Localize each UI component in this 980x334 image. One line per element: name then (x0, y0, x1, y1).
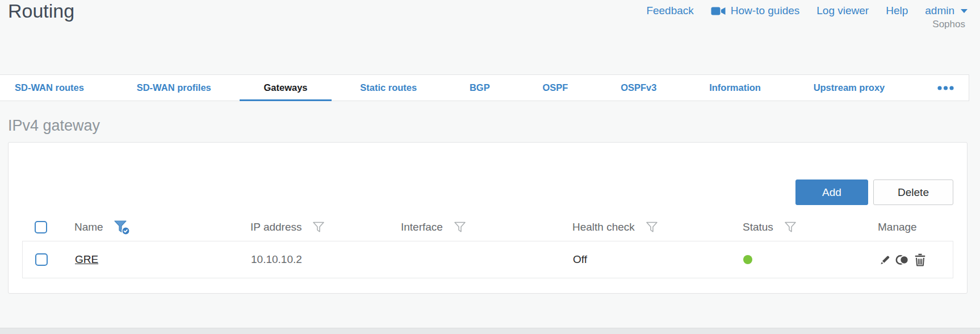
table-body: GRE 10.10.10.2 Off (22, 241, 953, 278)
clone-icon[interactable] (895, 254, 910, 266)
howto-guides-label: How-to guides (731, 5, 799, 17)
tab-bgp[interactable]: BGP (470, 75, 490, 101)
select-all-checkbox[interactable] (35, 221, 47, 233)
gateway-name-link[interactable]: GRE (75, 253, 98, 265)
help-link[interactable]: Help (886, 5, 908, 17)
tab-static-routes[interactable]: Static routes (360, 75, 417, 101)
caret-down-icon (961, 9, 968, 13)
column-header-health-check: Health check (572, 221, 635, 233)
tab-ospfv3[interactable]: OSPFv3 (621, 75, 656, 101)
log-viewer-link[interactable]: Log viewer (816, 5, 869, 17)
feedback-link[interactable]: Feedback (646, 5, 693, 17)
table-actions: Add Delete (795, 179, 953, 205)
row-checkbox[interactable] (35, 253, 48, 266)
edit-icon[interactable] (878, 253, 891, 266)
log-viewer-label: Log viewer (816, 5, 869, 17)
column-header-status: Status (743, 221, 773, 233)
add-button[interactable]: Add (795, 179, 868, 205)
column-header-name: Name (74, 221, 103, 233)
brand-label: Sophos (932, 19, 965, 30)
funnel-icon[interactable] (645, 220, 659, 234)
tab-sdwan-routes[interactable]: SD-WAN routes (15, 75, 84, 101)
table-header-row: Name IP address Interface Health check (22, 215, 953, 240)
table-row: GRE 10.10.10.2 Off (23, 241, 953, 278)
ellipsis-icon (937, 86, 954, 90)
page-title: Routing (8, 0, 74, 22)
tab-gateways[interactable]: Gateways (263, 75, 307, 101)
section-heading: IPv4 gateway (8, 117, 100, 135)
column-header-manage: Manage (878, 221, 917, 233)
status-dot (743, 255, 752, 264)
page-bottom-strip (0, 328, 980, 334)
user-menu[interactable]: admin (925, 5, 968, 17)
manage-actions (878, 253, 953, 266)
routing-tabbar: SD-WAN routes SD-WAN profiles Gateways S… (0, 74, 969, 101)
funnel-check-icon[interactable] (114, 220, 131, 235)
gateway-ip: 10.10.10.2 (251, 253, 401, 266)
more-tabs-button[interactable] (937, 75, 954, 101)
gateway-health-check: Off (573, 253, 743, 266)
feedback-link-label: Feedback (646, 5, 693, 17)
column-header-ip: IP address (250, 221, 301, 233)
column-header-interface: Interface (401, 221, 443, 233)
gateway-table-card: Add Delete Name IP address Interface (8, 142, 968, 294)
tab-information[interactable]: Information (709, 75, 761, 101)
video-camera-icon (711, 6, 726, 16)
tab-sdwan-profiles[interactable]: SD-WAN profiles (137, 75, 211, 101)
funnel-icon[interactable] (784, 220, 797, 234)
user-menu-label: admin (925, 5, 954, 17)
tab-upstream-proxy[interactable]: Upstream proxy (814, 75, 885, 101)
top-navigation: Feedback How-to guides Log viewer Help a… (646, 5, 968, 17)
funnel-icon[interactable] (312, 220, 325, 234)
help-label: Help (886, 5, 908, 17)
tab-ospf[interactable]: OSPF (542, 75, 568, 101)
howto-guides-link[interactable]: How-to guides (711, 5, 799, 17)
funnel-icon[interactable] (453, 220, 467, 234)
delete-icon[interactable] (914, 253, 926, 266)
delete-button[interactable]: Delete (873, 179, 953, 205)
